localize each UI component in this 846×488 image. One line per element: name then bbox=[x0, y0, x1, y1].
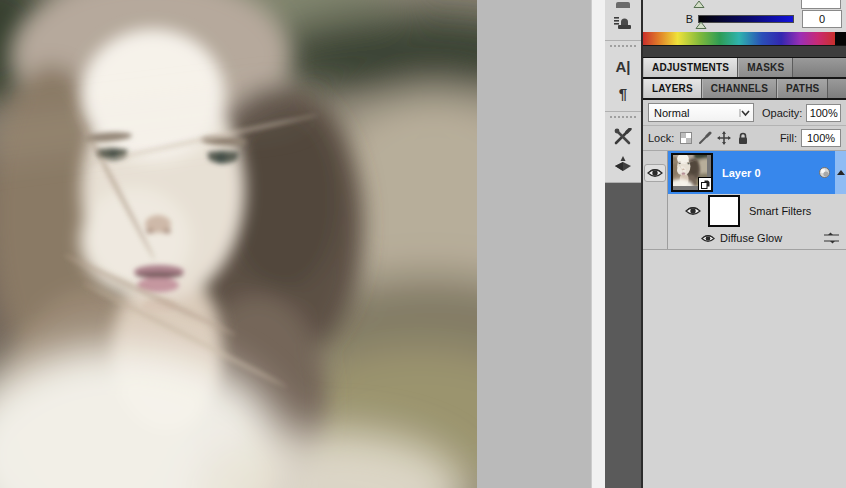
blend-row: Normal Opacity: 100% bbox=[643, 100, 846, 126]
character-panel-icon[interactable]: A| bbox=[608, 53, 638, 79]
fill-field[interactable]: 100% bbox=[801, 129, 841, 147]
layer-eye-column bbox=[643, 194, 668, 227]
layers-tabbar: LAYERS CHANNELS PATHS bbox=[643, 79, 846, 100]
eye-icon bbox=[647, 167, 663, 179]
dock-icon-area: A| ¶ bbox=[605, 0, 641, 183]
panel-icon-dock: A| ¶ bbox=[605, 0, 643, 488]
opacity-field[interactable]: 100% bbox=[806, 104, 841, 122]
layer0-selected[interactable]: Layer 0 bbox=[668, 151, 846, 194]
triangle-up-icon bbox=[837, 170, 845, 175]
layers-panel-empty-area bbox=[643, 250, 846, 488]
clone-source-icon[interactable] bbox=[608, 9, 638, 35]
fill-label: Fill: bbox=[780, 132, 797, 144]
tab-masks[interactable]: MASKS bbox=[738, 58, 793, 77]
tab-layers[interactable]: LAYERS bbox=[643, 79, 702, 98]
tab-adjustments[interactable]: ADJUSTMENTS bbox=[643, 58, 738, 77]
layer0-thumbnail[interactable] bbox=[671, 153, 713, 192]
filter-row-diffuse-glow[interactable]: Diffuse Glow bbox=[643, 227, 846, 250]
portrait-photo bbox=[0, 0, 477, 488]
lock-position-icon[interactable] bbox=[716, 130, 732, 146]
tab-channels[interactable]: CHANNELS bbox=[702, 79, 777, 98]
lock-label: Lock: bbox=[648, 132, 674, 144]
smart-filters-visibility-toggle[interactable] bbox=[685, 205, 701, 217]
tab-paths[interactable]: PATHS bbox=[777, 79, 828, 98]
color-spectrum-ramp[interactable] bbox=[643, 32, 835, 45]
lock-all-icon[interactable] bbox=[735, 130, 751, 146]
filter-mask-thumbnail[interactable] bbox=[708, 195, 740, 227]
ramp-black-swatch[interactable] bbox=[835, 32, 846, 45]
adjustments-tabbar: ADJUSTMENTS MASKS bbox=[643, 58, 846, 79]
layer-row-layer0[interactable]: Layer 0 bbox=[643, 151, 846, 194]
blend-mode-select[interactable]: Normal bbox=[648, 103, 754, 122]
chevron-down-icon bbox=[739, 109, 750, 117]
lock-pixels-icon[interactable] bbox=[697, 130, 713, 146]
layer-eye-column bbox=[643, 151, 668, 194]
smart-filters-label: Smart Filters bbox=[749, 205, 811, 217]
b-slider-track[interactable] bbox=[698, 15, 794, 23]
color-panel-partial: B 0 bbox=[643, 0, 846, 58]
layer-name: Layer 0 bbox=[722, 167, 761, 179]
smart-object-badge-icon bbox=[698, 177, 712, 191]
smart-filters-row[interactable]: Smart Filters bbox=[643, 194, 846, 227]
panel-separator bbox=[643, 45, 846, 58]
dock-group-1 bbox=[605, 0, 641, 41]
blend-mode-value: Normal bbox=[654, 107, 689, 119]
workspace-background bbox=[477, 0, 591, 488]
partial-panel-icon bbox=[616, 2, 630, 8]
b-slider-handle[interactable] bbox=[695, 22, 707, 29]
dock-group-2: A| ¶ bbox=[605, 41, 641, 112]
b-slider-label: B bbox=[681, 13, 693, 25]
smart-filter-expander[interactable] bbox=[835, 151, 846, 194]
paragraph-panel-icon[interactable]: ¶ bbox=[608, 80, 638, 106]
opacity-label: Opacity: bbox=[762, 107, 802, 119]
dock-drag-handle[interactable] bbox=[610, 116, 636, 121]
g-slider-handle[interactable] bbox=[693, 1, 705, 8]
tool-presets-icon[interactable] bbox=[608, 124, 638, 150]
panel-stack: B 0 ADJUSTMENTS MASKS LAYERS CHANNELS PA… bbox=[643, 0, 846, 488]
dock-group-3 bbox=[605, 112, 641, 183]
smart-filter-badge-icon[interactable] bbox=[818, 166, 831, 179]
dock-drag-handle[interactable] bbox=[610, 45, 636, 50]
layer-visibility-toggle[interactable] bbox=[644, 164, 666, 182]
canvas-image[interactable] bbox=[0, 0, 477, 488]
b-value-field[interactable]: 0 bbox=[802, 10, 842, 28]
panel-gutter bbox=[591, 0, 606, 488]
photoshop-window: A| ¶ bbox=[0, 0, 846, 488]
blending-options-icon[interactable] bbox=[824, 232, 839, 244]
lock-row: Lock: bbox=[643, 126, 846, 151]
lock-transparency-icon[interactable] bbox=[678, 130, 694, 146]
layer-eye-column bbox=[643, 227, 668, 249]
3d-panel-icon[interactable] bbox=[608, 151, 638, 177]
filter-visibility-toggle[interactable] bbox=[701, 233, 715, 244]
filter-name: Diffuse Glow bbox=[720, 232, 782, 244]
